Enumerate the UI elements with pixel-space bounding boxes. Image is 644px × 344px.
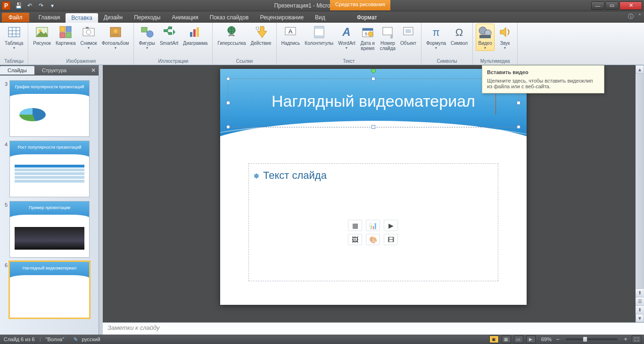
resize-handle[interactable]: [372, 125, 375, 129]
content-placeholder[interactable]: Текст слайда ▦ 📊 ▶ 🖼 🎨 🎞: [248, 163, 498, 281]
svg-point-36: [368, 32, 373, 36]
tab-transitions[interactable]: Переходы: [128, 13, 166, 22]
slidenumber-button[interactable]: #Номер слайда: [378, 24, 397, 52]
thumbnail[interactable]: Пример презентации: [9, 201, 90, 258]
table-button[interactable]: Таблица: [3, 24, 25, 51]
close-pane-icon[interactable]: ✕: [91, 67, 96, 74]
hyperlink-button[interactable]: Гиперссылка: [215, 24, 248, 47]
textbox-button[interactable]: AНадпись: [280, 24, 302, 47]
insert-smartart-icon[interactable]: ▶: [384, 220, 398, 231]
scroll-up-icon[interactable]: ▲: [636, 65, 644, 74]
status-bar: Слайд 6 из 6 | "Волна" ✎ русский ▣ ▦ ▭ ▶…: [0, 335, 644, 344]
svg-rect-30: [314, 26, 324, 29]
close-button[interactable]: ✕: [619, 1, 642, 10]
undo-icon[interactable]: ↶: [25, 1, 34, 10]
tab-format[interactable]: Формат: [351, 13, 383, 22]
insert-media-icon[interactable]: 🎞: [384, 234, 398, 245]
insert-clipart-icon[interactable]: 🎨: [366, 234, 380, 245]
notes-pane[interactable]: Заметки к слайду: [103, 322, 644, 335]
thumbnail[interactable]: Рост популярности презентаций: [9, 141, 90, 197]
outline-tab[interactable]: Структура: [34, 66, 74, 75]
equation-button[interactable]: πФормула: [424, 24, 448, 51]
help-icon[interactable]: ⓘ ˄: [628, 13, 641, 21]
tab-view[interactable]: Вид: [309, 13, 331, 22]
tab-design[interactable]: Дизайн: [98, 13, 128, 22]
insert-picture-icon[interactable]: 🖼: [348, 234, 362, 245]
fit-to-window-icon[interactable]: ⛶: [632, 336, 641, 343]
photoalbum-button[interactable]: Фотоальбом: [100, 24, 131, 51]
normal-view-icon[interactable]: ▣: [489, 336, 499, 343]
sorter-view-icon[interactable]: ▦: [502, 336, 511, 343]
video-button[interactable]: Видео: [476, 24, 495, 51]
resize-handle[interactable]: [372, 77, 375, 81]
tab-slideshow[interactable]: Показ слайдов: [204, 13, 255, 22]
thumbnail-row[interactable]: 4 Рост популярности презентаций: [0, 139, 99, 199]
insert-chart-icon[interactable]: 📊: [366, 220, 380, 231]
zoom-out-icon[interactable]: −: [554, 336, 561, 343]
slide[interactable]: Наглядный видеоматериал Текст слайда ▦ 📊…: [220, 69, 527, 305]
symbol-button[interactable]: ΩСимвол: [449, 24, 470, 47]
slide-nav-icon[interactable]: ☰: [636, 297, 644, 306]
audio-button[interactable]: Звук: [495, 24, 514, 51]
zoom-in-icon[interactable]: +: [622, 336, 629, 343]
action-button[interactable]: Действие: [249, 24, 273, 47]
headerfooter-button[interactable]: Колонтитулы: [303, 24, 335, 47]
datetime-button[interactable]: 5Дата и время: [358, 24, 377, 52]
hyperlink-icon: [224, 25, 239, 40]
wordart-button[interactable]: AWordArt: [336, 24, 357, 51]
status-language[interactable]: русский: [82, 336, 100, 342]
maximize-button[interactable]: ▭: [605, 1, 619, 10]
clipart-button[interactable]: Картинка: [54, 24, 78, 47]
equation-icon: π: [429, 25, 444, 40]
thumbnails-list[interactable]: 3 График популярности презентаций 4 Рост…: [0, 76, 99, 335]
title-placeholder[interactable]: Наглядный видеоматериал: [228, 78, 519, 127]
minimize-button[interactable]: —: [591, 1, 604, 10]
redo-icon[interactable]: ↷: [37, 1, 45, 10]
slideshow-view-icon[interactable]: ▶: [526, 336, 536, 343]
tab-review[interactable]: Рецензирование: [254, 13, 309, 22]
resize-handle[interactable]: [226, 101, 230, 105]
tab-file[interactable]: Файл: [2, 13, 29, 22]
next-slide-icon[interactable]: ⬇: [636, 306, 644, 314]
tab-animations[interactable]: Анимация: [166, 13, 204, 22]
vertical-scrollbar[interactable]: ▲ ⬆ ☰ ⬇ ▼: [636, 65, 644, 322]
qat-customize-icon[interactable]: ▾: [48, 1, 57, 10]
prev-slide-icon[interactable]: ⬆: [636, 289, 644, 297]
insert-table-icon[interactable]: ▦: [348, 220, 362, 231]
thumbnail-row[interactable]: 5 Пример презентации: [0, 199, 99, 260]
resize-handle[interactable]: [517, 125, 520, 129]
slides-tab[interactable]: Слайды: [0, 66, 34, 75]
reading-view-icon[interactable]: ▭: [514, 336, 523, 343]
slide-title-text[interactable]: Наглядный видеоматериал: [228, 79, 519, 110]
slide-canvas[interactable]: Наглядный видеоматериал Текст слайда ▦ 📊…: [103, 65, 644, 322]
chart-button[interactable]: Диаграмма: [181, 24, 209, 47]
zoom-knob[interactable]: [583, 336, 587, 342]
svg-point-15: [114, 29, 117, 33]
thumbnail-selected[interactable]: Наглядный видеоматериал: [9, 261, 90, 318]
save-icon[interactable]: 💾: [14, 1, 23, 10]
thumbnail-row[interactable]: 3 График популярности презентаций: [0, 78, 99, 139]
zoom-level[interactable]: 69%: [541, 336, 552, 342]
scroll-down-icon[interactable]: ▼: [636, 314, 644, 322]
resize-handle[interactable]: [226, 125, 230, 129]
svg-text:#: #: [390, 34, 393, 40]
shapes-button[interactable]: Фигуры: [137, 24, 157, 51]
screenshot-button[interactable]: Снимок: [79, 24, 99, 51]
panel-scrollbar[interactable]: [99, 65, 103, 335]
wordart-icon: A: [339, 25, 354, 40]
resize-handle[interactable]: [226, 77, 230, 81]
object-button[interactable]: Объект: [398, 24, 418, 47]
contextual-tab-group: Средства рисования: [330, 0, 390, 10]
thumbnail-row[interactable]: 6 Наглядный видеоматериал: [0, 260, 99, 320]
thumbnail[interactable]: График популярности презентаций: [9, 80, 90, 137]
tab-home[interactable]: Главная: [33, 13, 66, 22]
spellcheck-icon[interactable]: ✎: [74, 336, 78, 343]
svg-rect-31: [314, 35, 324, 38]
content-area: Слайды Структура ✕ 3 График популярности…: [0, 65, 644, 335]
svg-text:5: 5: [365, 32, 367, 36]
zoom-slider[interactable]: [566, 338, 618, 340]
picture-button[interactable]: Рисунок: [31, 24, 53, 47]
tab-insert[interactable]: Вставка: [66, 13, 98, 23]
resize-handle[interactable]: [517, 101, 520, 105]
smartart-button[interactable]: SmartArt: [158, 24, 180, 47]
